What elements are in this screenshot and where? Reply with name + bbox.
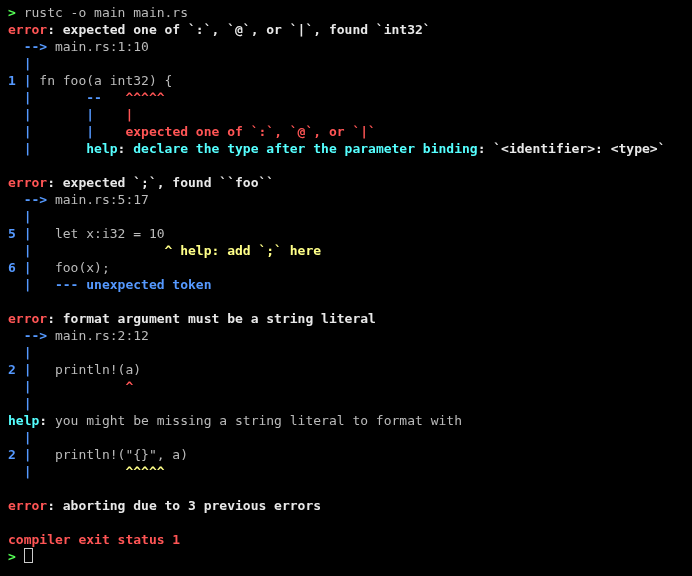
error-message: expected `;`, found ``foo`` bbox=[63, 175, 274, 190]
source-line: fn foo(a int32) { bbox=[39, 73, 172, 88]
help-text: declare the type after the parameter bin… bbox=[133, 141, 477, 156]
location-arrow-icon: --> bbox=[24, 328, 47, 343]
error-label: error bbox=[8, 311, 47, 326]
source-line: println!(a) bbox=[55, 362, 141, 377]
help-label: help bbox=[86, 141, 117, 156]
help-label: help bbox=[8, 413, 39, 428]
help-example: `<identifier>: <type>` bbox=[493, 141, 665, 156]
source-line: foo(x); bbox=[55, 260, 110, 275]
error-message: format argument must be a string literal bbox=[63, 311, 376, 326]
cursor[interactable] bbox=[24, 548, 33, 563]
fix-caret: ^^^^^ bbox=[125, 464, 164, 479]
line-number: 1 bbox=[8, 73, 16, 88]
exit-status: compiler exit status 1 bbox=[8, 532, 180, 547]
command-line: rustc -o main main.rs bbox=[24, 5, 188, 20]
location: main.rs:1:10 bbox=[55, 39, 149, 54]
location: main.rs:5:17 bbox=[55, 192, 149, 207]
note-marker: --- unexpected token bbox=[55, 277, 212, 292]
location: main.rs:2:12 bbox=[55, 328, 149, 343]
line-number: 6 bbox=[8, 260, 16, 275]
line-number: 2 bbox=[8, 447, 16, 462]
error-message: expected one of `:`, `@`, or `|`, found … bbox=[63, 22, 431, 37]
location-arrow-icon: --> bbox=[24, 192, 47, 207]
terminal-output: > rustc -o main main.rs error: expected … bbox=[0, 0, 692, 569]
error-label: error bbox=[8, 175, 47, 190]
line-number: 2 bbox=[8, 362, 16, 377]
location-arrow-icon: --> bbox=[24, 39, 47, 54]
help-text: you might be missing a string literal to… bbox=[55, 413, 462, 428]
source-line: let x:i32 = 10 bbox=[55, 226, 165, 241]
line-number: 5 bbox=[8, 226, 16, 241]
caret-marker: ^ bbox=[125, 379, 133, 394]
prompt-icon: > bbox=[8, 5, 16, 20]
error-label: error bbox=[8, 22, 47, 37]
error-label: error bbox=[8, 498, 47, 513]
help-marker: ^ help: add `;` here bbox=[165, 243, 322, 258]
fix-line: println!("{}", a) bbox=[55, 447, 188, 462]
expected-note: expected one of `:`, `@`, or `|` bbox=[125, 124, 375, 139]
prompt-icon: > bbox=[8, 549, 16, 564]
abort-message: aborting due to 3 previous errors bbox=[63, 498, 321, 513]
caret-marker: ^^^^^ bbox=[125, 90, 164, 105]
